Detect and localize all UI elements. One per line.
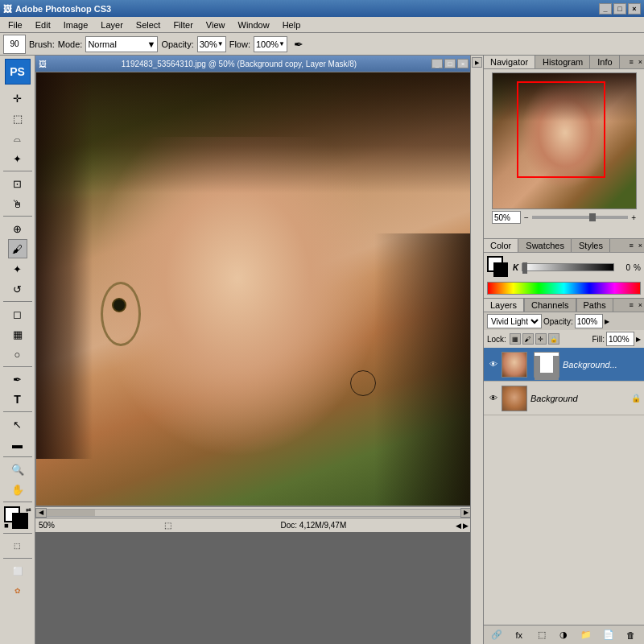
color-fg-bg-swatches[interactable] — [487, 256, 510, 279]
horizontal-scrollbar[interactable]: ◀ ▶ — [35, 506, 472, 518]
eraser-tool[interactable]: ◻ — [8, 304, 27, 324]
tab-navigator[interactable]: Navigator — [484, 56, 535, 68]
menu-edit[interactable]: Edit — [29, 19, 57, 31]
lock-transparent-button[interactable]: ▦ — [510, 333, 521, 345]
k-slider-track[interactable] — [522, 263, 614, 271]
brush-preview[interactable]: 90 — [3, 35, 26, 54]
scroll-left-indicator[interactable]: ◀ — [456, 522, 461, 530]
airbrush-icon[interactable]: ✒ — [294, 38, 303, 51]
cs-online-icon[interactable]: ✿ — [8, 581, 27, 601]
scroll-right-indicator[interactable]: ▶ — [463, 522, 469, 530]
layer-visibility-eye-2[interactable]: 👁 — [487, 392, 500, 405]
scroll-left-button[interactable]: ◀ — [35, 508, 47, 518]
bg-color-swatch[interactable] — [12, 513, 28, 529]
swap-colors-icon[interactable]: ⇄ — [26, 506, 31, 514]
zoom-tool[interactable]: 🔍 — [8, 460, 27, 479]
panel-show-btn[interactable]: ▶ — [472, 57, 482, 68]
tab-layers[interactable]: Layers — [484, 299, 524, 312]
lock-position-button[interactable]: ✛ — [535, 333, 547, 345]
window-controls[interactable]: _ □ × — [599, 3, 641, 14]
lock-image-button[interactable]: 🖌 — [522, 333, 534, 345]
layer-mask-button[interactable]: ⬚ — [534, 628, 550, 642]
tab-info[interactable]: Info — [591, 56, 619, 68]
maximize-button[interactable]: □ — [613, 3, 626, 14]
menu-file[interactable]: File — [2, 19, 29, 31]
k-slider-thumb[interactable] — [522, 262, 527, 274]
zoom-slider-track[interactable] — [532, 216, 628, 219]
eyedropper-tool[interactable]: 🖱 — [8, 194, 27, 213]
zoom-out-button[interactable]: − — [524, 213, 529, 222]
navigator-close-button[interactable]: × — [637, 58, 644, 66]
fill-input[interactable]: 100% — [606, 332, 634, 346]
default-colors-icon[interactable]: ◼ — [4, 522, 9, 529]
scroll-arrows[interactable]: ◀ ▶ — [456, 522, 469, 530]
brush-tool[interactable]: 🖌 — [8, 239, 27, 258]
tab-paths[interactable]: Paths — [577, 299, 613, 312]
quick-mask-mode[interactable]: ⬚ — [8, 536, 27, 555]
menu-select[interactable]: Select — [130, 19, 167, 31]
navigator-view-box[interactable] — [517, 81, 605, 178]
tab-styles[interactable]: Styles — [572, 239, 610, 252]
adjustment-layer-button[interactable]: ◑ — [555, 628, 572, 642]
tab-swatches[interactable]: Swatches — [519, 239, 572, 252]
zoom-slider-thumb[interactable] — [589, 213, 596, 221]
doc-close-button[interactable]: × — [457, 59, 469, 68]
tab-channels[interactable]: Channels — [525, 299, 576, 312]
link-layers-button[interactable]: 🔗 — [489, 628, 505, 642]
menu-window[interactable]: Window — [232, 19, 276, 31]
move-tool[interactable]: ✛ — [8, 89, 27, 108]
opacity-input[interactable]: 100% — [575, 314, 603, 328]
blend-mode-dropdown[interactable]: Vivid Light — [487, 314, 542, 328]
document-canvas[interactable] — [35, 72, 472, 506]
hand-tool[interactable]: ✋ — [8, 480, 27, 499]
fill-arrow[interactable]: ▶ — [636, 336, 641, 343]
bg-color-box[interactable] — [493, 262, 508, 277]
path-select-tool[interactable]: ↖ — [8, 415, 27, 434]
doc-maximize-button[interactable]: □ — [444, 59, 456, 68]
crop-tool[interactable]: ⊡ — [8, 174, 27, 193]
gradient-tool[interactable]: ▦ — [8, 324, 27, 344]
history-brush-tool[interactable]: ↺ — [8, 279, 27, 299]
flow-field[interactable]: 100% ▼ — [254, 36, 287, 52]
lock-all-button[interactable]: 🔒 — [548, 333, 559, 345]
pen-tool[interactable]: ✒ — [8, 369, 27, 389]
tab-color[interactable]: Color — [484, 239, 518, 252]
screen-mode-button[interactable]: ⬜ — [8, 561, 27, 580]
color-spectrum-bar[interactable] — [487, 282, 641, 295]
doc-window-controls[interactable]: _ □ × — [431, 59, 469, 68]
shape-tool[interactable]: ▬ — [8, 435, 27, 454]
layer-visibility-eye-1[interactable]: 👁 — [487, 358, 500, 371]
menu-filter[interactable]: Filter — [167, 19, 199, 31]
text-tool[interactable]: T — [8, 390, 27, 409]
mode-dropdown[interactable]: Normal▼ — [85, 36, 158, 52]
close-button[interactable]: × — [628, 3, 641, 14]
dodge-tool[interactable]: ○ — [8, 345, 27, 364]
layers-close-button[interactable]: × — [637, 301, 644, 309]
opacity-arrow[interactable]: ▶ — [605, 318, 609, 325]
color-swatches[interactable]: ⇄ ◼ — [4, 506, 31, 529]
opacity-arrow[interactable]: ▼ — [217, 40, 224, 47]
menu-help[interactable]: Help — [276, 19, 308, 31]
minimize-button[interactable]: _ — [599, 3, 612, 14]
new-group-button[interactable]: 📁 — [578, 628, 594, 642]
marquee-tool[interactable]: ⬚ — [8, 109, 27, 128]
menu-image[interactable]: Image — [57, 19, 95, 31]
color-panel-menu-button[interactable]: ≡ — [625, 242, 636, 250]
layers-panel-menu-button[interactable]: ≡ — [625, 301, 636, 309]
heal-tool[interactable]: ⊕ — [8, 219, 27, 238]
menu-layer[interactable]: Layer — [94, 19, 130, 31]
flow-arrow[interactable]: ▼ — [279, 40, 285, 47]
scroll-track-h[interactable] — [47, 509, 460, 517]
lasso-tool[interactable]: ⌓ — [8, 129, 27, 148]
layer-item-background[interactable]: 👁 Background 🔒 — [484, 382, 644, 415]
delete-layer-button[interactable]: 🗑 — [623, 628, 639, 642]
navigator-panel-menu-button[interactable]: ≡ — [625, 58, 636, 66]
tab-histogram[interactable]: Histogram — [536, 56, 590, 68]
zoom-percentage-box[interactable]: 50% — [492, 211, 521, 224]
menu-view[interactable]: View — [200, 19, 232, 31]
doc-minimize-button[interactable]: _ — [431, 59, 443, 68]
opacity-field[interactable]: 30% ▼ — [197, 36, 226, 52]
zoom-in-button[interactable]: + — [631, 213, 636, 222]
layer-style-button[interactable]: fx — [511, 628, 527, 642]
new-layer-button[interactable]: 📄 — [601, 628, 617, 642]
